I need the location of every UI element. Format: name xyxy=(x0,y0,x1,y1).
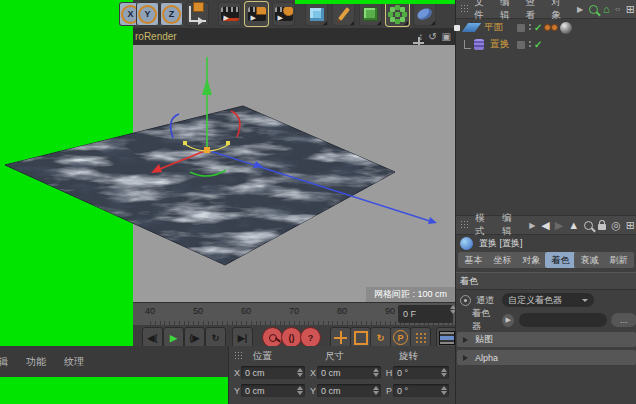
key-icon xyxy=(269,334,277,342)
menu-overflow-icon[interactable]: ▶ xyxy=(577,5,583,14)
object-label[interactable]: 平面 xyxy=(484,21,503,34)
menu-function[interactable]: 功能 xyxy=(26,355,46,369)
shader-browse-button[interactable]: ... xyxy=(611,313,636,327)
layer-box[interactable] xyxy=(517,41,525,49)
enable-check-icon[interactable]: ✓ xyxy=(534,39,542,50)
gizmo-center-handle[interactable] xyxy=(204,147,210,153)
coordinate-system-button[interactable] xyxy=(186,2,209,26)
tab-basic[interactable]: 基本 xyxy=(458,252,489,268)
lock-icon[interactable] xyxy=(598,224,606,230)
goto-end-button[interactable]: ▶| xyxy=(232,327,253,348)
bottom-menu-bar: 编辑 功能 纹理 xyxy=(0,346,228,377)
y-axis-icon: Y xyxy=(138,5,157,24)
menu-texture[interactable]: 纹理 xyxy=(64,355,84,369)
render-visibility-dot[interactable] xyxy=(551,24,558,31)
attribute-tabs: 基本 坐标 对象 着色 衰减 刷新 xyxy=(456,252,636,270)
y-axis-arrowhead[interactable] xyxy=(202,78,212,95)
render-picture-viewer-button[interactable] xyxy=(245,2,268,26)
home-icon[interactable]: ⌂ xyxy=(603,3,610,15)
enable-check-icon[interactable]: ✓ xyxy=(534,22,542,33)
position-x-input[interactable]: 0 cm xyxy=(241,366,305,379)
shading-section-header[interactable]: 着色 xyxy=(456,272,636,290)
visibility-dots[interactable] xyxy=(529,24,531,26)
position-y-input[interactable]: 0 cm xyxy=(241,384,305,397)
record-position-button[interactable] xyxy=(330,327,351,348)
deformer-button[interactable] xyxy=(413,2,436,26)
expand-toggle[interactable] xyxy=(454,25,460,31)
lock-y-axis-button[interactable]: Y xyxy=(136,2,159,26)
keyframe-selection-button[interactable]: ? xyxy=(300,327,321,348)
move-icon xyxy=(334,331,347,344)
spline-pen-button[interactable] xyxy=(332,2,355,26)
tab-object[interactable]: 对象 xyxy=(516,252,547,268)
size-y-input[interactable]: 0 cm xyxy=(317,384,381,397)
autokey-button[interactable]: () xyxy=(281,327,302,348)
search-icon[interactable] xyxy=(589,5,598,14)
add-cube-button[interactable] xyxy=(305,2,328,26)
tab-coordinates[interactable]: 坐标 xyxy=(487,252,518,268)
panel-grip-icon[interactable] xyxy=(460,220,469,230)
tab-shading[interactable]: 着色 xyxy=(545,252,576,268)
goto-previous-key-button[interactable]: ◀( xyxy=(142,327,163,348)
record-rotation-button[interactable]: ↻ xyxy=(370,327,391,348)
goto-next-key-button[interactable]: (▶ xyxy=(184,327,205,348)
point-level-animation-button[interactable] xyxy=(410,327,431,348)
channel-label: 通道 xyxy=(476,294,494,307)
visibility-dots[interactable] xyxy=(529,41,531,43)
shader-field[interactable] xyxy=(519,313,607,327)
loop-mode-button[interactable]: ↻ xyxy=(205,327,226,348)
record-keyframe-button[interactable] xyxy=(262,327,283,348)
object-row-plane[interactable]: 平面 ✓ xyxy=(456,19,636,36)
tab-falloff[interactable]: 衰减 xyxy=(574,252,605,268)
rotation-p-input[interactable]: 0 ° xyxy=(393,384,449,397)
plane-handle-left[interactable] xyxy=(183,141,187,145)
lock-z-axis-button[interactable]: Z xyxy=(160,2,183,26)
tab-refresh[interactable]: 刷新 xyxy=(603,252,634,268)
plane-handle-right[interactable] xyxy=(226,141,230,145)
editor-visibility-dot[interactable] xyxy=(544,24,551,31)
menu-edit[interactable]: 编辑 xyxy=(0,355,8,369)
menu-overflow-icon[interactable]: ▶ xyxy=(529,221,535,230)
record-scale-button[interactable] xyxy=(350,327,371,348)
section-alpha[interactable]: Alpha xyxy=(457,350,636,365)
channel-radio[interactable] xyxy=(460,295,471,306)
render-view-button[interactable] xyxy=(218,2,241,26)
current-frame-input[interactable]: 0 F xyxy=(398,305,453,323)
subdivision-surface-button[interactable] xyxy=(359,2,382,26)
history-forward-icon[interactable]: ▶ xyxy=(555,219,563,232)
add-icon[interactable]: ⊞ xyxy=(626,219,635,232)
viewport-scene[interactable] xyxy=(0,45,455,303)
channel-dropdown[interactable]: 自定义着色器 xyxy=(502,293,594,307)
timeline-tick: 80 xyxy=(334,306,350,316)
shader-arrow-button[interactable]: ▶ xyxy=(501,313,515,328)
toggle-view-icon[interactable]: ▣ xyxy=(442,32,451,42)
record-parameter-button[interactable]: P xyxy=(390,327,411,348)
cube-primitive-icon xyxy=(310,8,324,21)
axis-label: P xyxy=(385,386,393,396)
history-back-icon[interactable]: ◀ xyxy=(541,219,549,232)
layer-box[interactable] xyxy=(517,24,525,32)
attribute-object-title: 置换 [置换] xyxy=(479,237,523,250)
timeline-window-button[interactable] xyxy=(436,327,457,348)
rotate-view-icon[interactable]: ↺ xyxy=(428,32,436,42)
section-map[interactable]: 贴图 xyxy=(457,332,636,347)
rotation-h-input[interactable]: 0 ° xyxy=(393,366,449,379)
plane-object[interactable] xyxy=(0,95,410,275)
generator-button[interactable] xyxy=(386,2,409,26)
size-x-input[interactable]: 0 cm xyxy=(317,366,381,379)
object-row-displacer[interactable]: 置换 ✓ xyxy=(456,36,636,53)
target-icon[interactable]: ◎ xyxy=(611,219,621,232)
texture-tag-icon[interactable] xyxy=(560,22,572,34)
panel-grip-icon[interactable] xyxy=(460,4,468,14)
render-settings-button[interactable] xyxy=(272,2,295,26)
oval-icon[interactable]: ○ xyxy=(615,6,621,12)
timeline-ruler[interactable]: 40 50 60 70 80 90 0 F xyxy=(133,302,455,327)
grid-spacing-label: 网格间距 : 100 cm xyxy=(366,287,455,302)
object-label[interactable]: 置换 xyxy=(490,38,509,51)
play-button[interactable]: ▶ xyxy=(163,327,184,348)
search-icon[interactable] xyxy=(584,221,593,230)
add-icon[interactable]: ⊞ xyxy=(626,3,635,16)
render-picture-viewer-icon xyxy=(248,7,266,21)
up-level-icon[interactable]: ▲ xyxy=(568,219,579,231)
panel-grip-icon[interactable] xyxy=(234,351,244,361)
